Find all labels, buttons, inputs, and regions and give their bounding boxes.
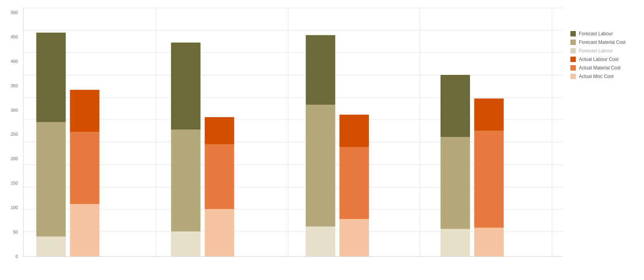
legend-label-actual-material: Actual Material Cost	[579, 65, 620, 71]
chart-container: 500 450 400 350 300 250 200 150 100 50 0	[0, 0, 644, 280]
bar-ca-forecast-labour	[441, 75, 470, 137]
legend-item-actual-misc: Actual Misc Cost	[570, 74, 636, 79]
y-label-0: 0	[2, 254, 18, 259]
bar-us-actual-misc	[70, 204, 100, 256]
legend-item-actual-labour: Actual Labour Cost	[570, 57, 636, 62]
bar-uk-forecast-labour	[171, 43, 200, 130]
y-label-200: 200	[2, 156, 18, 161]
legend-item-forecast-material: Forecast Material Cost	[570, 40, 636, 45]
chart-legend: Forecast Labour Forecast Material Cost F…	[563, 8, 640, 257]
bar-uk-actual-labour	[205, 117, 234, 145]
bar-us-forecast-misc	[36, 237, 66, 256]
y-label-350: 350	[2, 83, 18, 88]
y-label-50: 50	[2, 230, 18, 234]
chart-area: 500 450 400 350 300 250 200 150 100 50 0	[23, 8, 563, 257]
legend-item-actual-material: Actual Material Cost	[570, 65, 636, 71]
y-label-300: 300	[2, 108, 18, 112]
y-label-250: 250	[2, 132, 18, 137]
bar-us-forecast-material	[36, 122, 66, 237]
legend-label-forecast-labour: Forecast Labour	[579, 31, 613, 36]
bar-uk-actual-misc	[205, 209, 234, 256]
bar-us-actual-material	[70, 132, 100, 204]
legend-swatch-actual-material	[570, 65, 576, 71]
y-label-150: 150	[2, 181, 18, 185]
y-label-400: 400	[2, 59, 18, 64]
legend-label-forecast-material: Forecast Material Cost	[579, 40, 626, 45]
bar-uk-actual-material	[205, 145, 234, 209]
bar-ca-forecast-material	[441, 137, 470, 229]
bar-mx-actual-labour	[339, 115, 369, 147]
bar-mx-forecast-material	[306, 105, 335, 226]
legend-item-forecast-labour-2: Forecast Labour	[570, 48, 636, 54]
y-label-450: 450	[2, 35, 18, 39]
legend-label-actual-labour: Actual Labour Cost	[579, 57, 618, 62]
y-label-100: 100	[2, 205, 18, 210]
legend-swatch-actual-labour	[570, 57, 576, 62]
bar-uk-forecast-material	[171, 130, 200, 232]
bar-ca-actual-labour	[474, 99, 504, 131]
bar-ca-actual-material	[474, 131, 504, 228]
legend-swatch-forecast-labour-2	[570, 48, 576, 54]
bar-us-forecast-labour	[36, 33, 66, 122]
bar-mx-forecast-misc	[306, 226, 335, 256]
y-axis-labels: 500 450 400 350 300 250 200 150 100 50 0	[2, 8, 18, 256]
legend-item-forecast-labour: Forecast Labour	[570, 31, 636, 36]
bar-mx-actual-material	[339, 147, 369, 219]
legend-swatch-forecast-labour	[570, 31, 576, 36]
legend-label-forecast-labour-2: Forecast Labour	[579, 48, 613, 54]
legend-swatch-forecast-material	[570, 40, 576, 45]
bar-uk-forecast-misc	[171, 232, 200, 256]
bar-ca-forecast-misc	[441, 229, 470, 256]
bar-mx-actual-misc	[339, 219, 369, 256]
legend-swatch-actual-misc	[570, 74, 576, 79]
bar-mx-forecast-labour	[306, 35, 335, 105]
bar-us-actual-labour	[70, 90, 100, 132]
bar-ca-actual-misc	[474, 228, 504, 256]
y-label-500: 500	[2, 10, 18, 15]
bars-svg: United States United Kingdom Mexico Cana…	[24, 8, 563, 256]
legend-label-actual-misc: Actual Misc Cost	[579, 74, 613, 79]
